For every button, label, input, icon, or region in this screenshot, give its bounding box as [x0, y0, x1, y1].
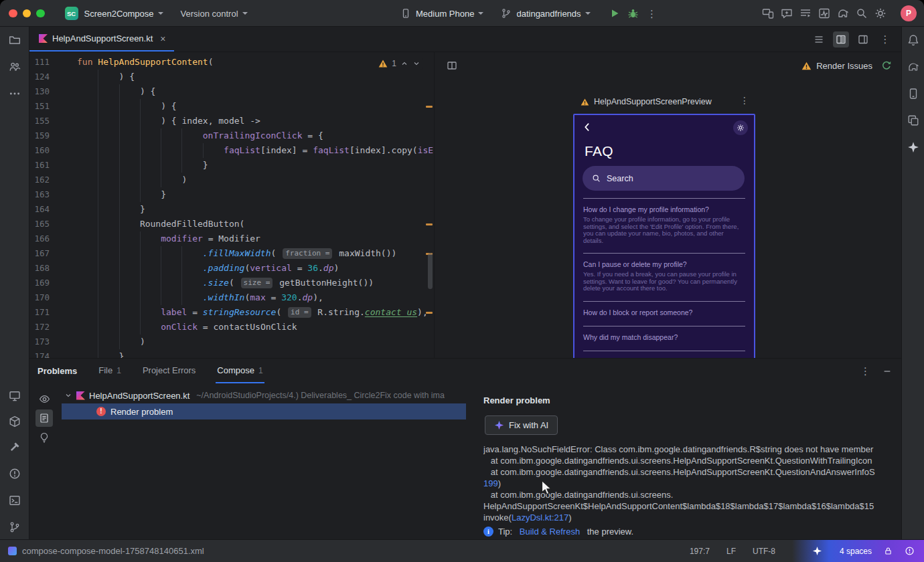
more-tool-windows-button[interactable]	[7, 86, 23, 102]
faq-item[interactable]: Can I pause or delete my profile?Yes. If…	[583, 254, 745, 302]
project-tool-button[interactable]	[7, 32, 23, 48]
user-avatar[interactable]: P	[901, 5, 917, 21]
editor-options-kebab[interactable]: ⋮	[877, 31, 893, 48]
resource-manager-tool-button[interactable]	[7, 59, 23, 75]
chevron-down-icon[interactable]	[64, 391, 72, 399]
editor-layout-button[interactable]	[855, 31, 871, 48]
faq-question[interactable]: Can I pause or delete my profile?	[583, 260, 745, 269]
build-tool-button[interactable]	[7, 439, 23, 455]
panel-options-kebab[interactable]: ⋮	[860, 366, 870, 376]
minimize-panel-icon[interactable]	[882, 367, 892, 376]
version-control-tool-button[interactable]	[7, 519, 23, 535]
gemini-tool-button[interactable]	[905, 139, 921, 155]
device-manager-tool-button[interactable]	[905, 86, 921, 102]
minimize-window-button[interactable]	[23, 9, 31, 18]
gradle-tool-button[interactable]	[905, 59, 921, 75]
run-button[interactable]	[605, 4, 624, 23]
layout-inspector-tool-button[interactable]	[905, 112, 921, 128]
code-line[interactable]: 161}	[29, 158, 434, 173]
analyzer-warning-mark[interactable]	[426, 312, 433, 314]
terminal-tool-button[interactable]	[7, 492, 23, 508]
ai-sparkle-icon[interactable]	[812, 546, 822, 556]
line-ending-widget[interactable]: LF	[726, 547, 736, 556]
faq-question[interactable]: Why did my match disappear?	[583, 333, 745, 342]
gradle-sync-button[interactable]	[834, 4, 852, 23]
render-problem-row[interactable]: ! Render problem	[62, 403, 466, 419]
code-line[interactable]: 159onTrailingIconClick = {	[29, 128, 434, 143]
editor-list-button[interactable]	[811, 31, 827, 48]
fix-with-ai-button[interactable]: Fix with AI	[485, 415, 558, 435]
indent-widget[interactable]: 4 spaces	[840, 547, 872, 556]
preview-options-kebab[interactable]: ⋮	[740, 95, 749, 106]
close-tab-icon[interactable]: ×	[160, 34, 165, 43]
project-selector[interactable]: Screen2Compose	[84, 9, 163, 19]
faq-question[interactable]: How do I block or report someone?	[583, 308, 745, 317]
code-line[interactable]: 151) {	[29, 99, 434, 114]
preview-title-row[interactable]: HelpAndSupportScreenPreview	[581, 97, 712, 106]
code-editor[interactable]: 111fun HelpAndSupportContent(124) {130) …	[29, 52, 434, 358]
editor-tab[interactable]: HelpAndSupportScreen.kt ×	[29, 27, 174, 52]
notifications-tool-button[interactable]	[905, 32, 921, 48]
code-line[interactable]: 165RoundedFilledButton(	[29, 217, 434, 231]
stack-link[interactable]: LazyDsl.kt:217	[512, 512, 568, 523]
code-line[interactable]: 168.padding(vertical = 36.dp)	[29, 261, 434, 276]
problems-file-row[interactable]: HelpAndSupportScreen.kt ~/AndroidStudioP…	[59, 387, 475, 403]
faq-item[interactable]: Why did my match disappear?	[583, 326, 745, 351]
stack-link[interactable]: 199	[483, 478, 498, 488]
vcs-widget[interactable]: Version control	[181, 9, 248, 19]
settings-button[interactable]	[871, 4, 890, 23]
chevron-up-icon[interactable]	[400, 60, 408, 68]
panel-tab-compose[interactable]: Compose1	[216, 359, 264, 383]
profiler-button[interactable]	[815, 4, 834, 23]
preview-grid-button[interactable]	[444, 58, 460, 74]
panel-tab-project-errors[interactable]: Project Errors	[141, 359, 197, 383]
quick-fix-button[interactable]	[35, 429, 53, 446]
alert-circle-icon[interactable]	[905, 546, 915, 556]
code-line[interactable]: 130) {	[29, 84, 434, 99]
phone-preview[interactable]: FAQ Search How do I change my profile in…	[573, 114, 755, 358]
view-options-button[interactable]	[35, 390, 53, 407]
code-line[interactable]: 167.fillMaxWidth( fraction = maxWidth())	[29, 246, 434, 261]
encoding-widget[interactable]: UTF-8	[753, 547, 775, 556]
code-line[interactable]: 173)	[29, 335, 434, 349]
debug-button[interactable]	[624, 4, 643, 23]
code-line[interactable]: 166modifier = Modifier	[29, 231, 434, 246]
lock-icon[interactable]	[884, 547, 893, 555]
device-explorer-tool-button[interactable]	[7, 413, 23, 430]
ai-chat-button[interactable]	[777, 4, 796, 23]
code-line[interactable]: 169.size( size = getButtonHeight())	[29, 276, 434, 290]
run-config-selector[interactable]: datingandfriends	[501, 8, 590, 19]
preview-details-toggle[interactable]	[35, 409, 53, 427]
code-line[interactable]: 155) { index, model ->	[29, 114, 434, 128]
analyzer-warning-mark[interactable]	[426, 106, 433, 108]
refresh-icon[interactable]	[881, 60, 892, 71]
code-line[interactable]: 171label = stringResource( id = R.string…	[29, 305, 434, 320]
close-window-button[interactable]	[9, 9, 17, 18]
running-devices-button[interactable]	[796, 4, 815, 23]
faq-question[interactable]: How do I change my profile information?	[583, 205, 745, 214]
code-line[interactable]: 172onClick = contactUsOnClick	[29, 320, 434, 335]
device-selector[interactable]: Medium Phone	[400, 8, 483, 19]
caret-position-widget[interactable]: 197:7	[690, 547, 710, 556]
zoom-window-button[interactable]	[36, 9, 45, 18]
code-line[interactable]: 170.widthIn(max = 320.dp),	[29, 290, 434, 305]
code-line[interactable]: 124) {	[29, 70, 434, 84]
panel-tab-file[interactable]: File1	[97, 359, 123, 383]
code-line[interactable]: 174}	[29, 349, 434, 358]
faq-item[interactable]: How do I block or report someone?	[583, 302, 745, 326]
faq-item[interactable]: How do I change my profile information?T…	[583, 199, 745, 254]
editor-scrollbar[interactable]	[428, 253, 433, 289]
chevron-down-icon[interactable]	[412, 60, 420, 68]
code-line[interactable]: 163}	[29, 187, 434, 202]
inspections-widget[interactable]: 1	[376, 58, 423, 70]
problems-tool-button[interactable]	[7, 466, 23, 482]
code-line[interactable]: 111fun HelpAndSupportContent(	[29, 55, 434, 70]
running-devices-tool-button[interactable]	[7, 388, 23, 404]
build-refresh-link[interactable]: Build & Refresh	[520, 527, 580, 537]
code-line[interactable]: 160faqList[index] = faqList[index].copy(…	[29, 143, 434, 158]
analyzer-warning-mark[interactable]	[426, 223, 433, 225]
run-options-kebab[interactable]: ⋮	[643, 4, 662, 23]
split-editor-button[interactable]	[833, 31, 849, 48]
code-line[interactable]: 162)	[29, 173, 434, 187]
search-everywhere-button[interactable]	[852, 4, 871, 23]
